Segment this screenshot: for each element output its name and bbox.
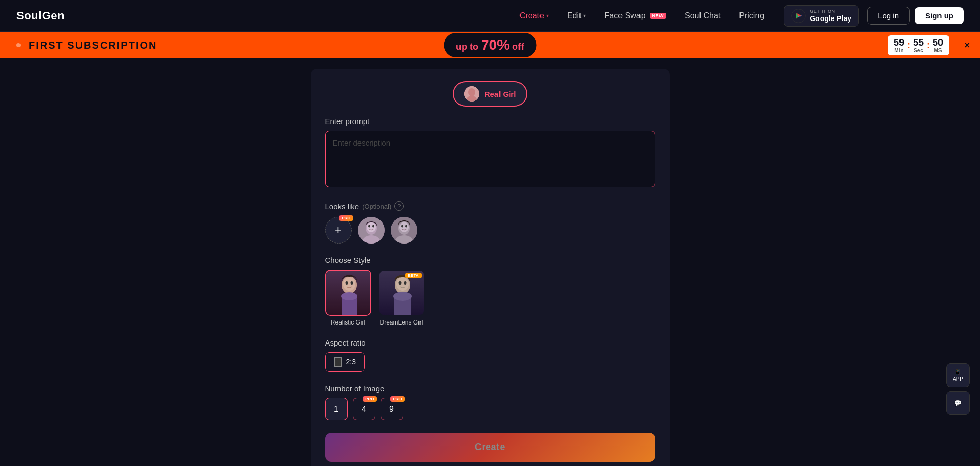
num-9-label: 9	[389, 404, 394, 414]
promo-banner: FIRST SUBSCRIPTION up to 70% off 59 Min …	[0, 32, 980, 58]
floating-buttons: 📱 APP 💬	[946, 363, 970, 415]
new-badge: NEW	[650, 13, 667, 19]
signup-button[interactable]: Sign up	[915, 7, 964, 24]
add-face-button[interactable]: + PRO	[325, 217, 352, 244]
promo-title: FIRST SUBSCRIPTION	[29, 39, 157, 51]
face-avatar-1[interactable]	[358, 217, 385, 244]
chat-icon: 💬	[954, 400, 962, 407]
style-dreamlens-name: DreamLens Girl	[379, 319, 423, 326]
timer-ms: 50 MS	[933, 37, 943, 53]
svg-point-31	[393, 292, 412, 301]
svg-point-10	[372, 225, 374, 228]
app-float-button[interactable]: 📱 APP	[946, 363, 970, 387]
svg-point-27	[396, 277, 409, 291]
discount-percent: 70%	[481, 37, 510, 53]
beta-badge: Beta	[405, 273, 421, 278]
aspect-2x3-label: 2:3	[346, 358, 356, 366]
google-play-text: GET IT ON Google Play	[810, 9, 851, 23]
form-container: Real Girl Enter prompt Looks like (Optio…	[311, 69, 670, 466]
tab-bar: Real Girl	[325, 81, 655, 107]
looks-like-label: Looks like	[325, 202, 359, 211]
svg-point-22	[350, 281, 353, 285]
timer-minutes: 59 Min	[894, 37, 904, 53]
num-images-label: Number of Image	[325, 384, 655, 393]
nav-faceswap[interactable]: Face Swap NEW	[597, 8, 673, 24]
pro-badge: PRO	[339, 215, 353, 221]
style-dreamlens-image: Beta	[378, 270, 425, 316]
face-options: + PRO	[325, 217, 655, 244]
chevron-down-icon: ▾	[583, 13, 586, 18]
promo-discount-container: up to 70% off	[444, 33, 536, 57]
num-1-label: 1	[334, 404, 338, 414]
login-button[interactable]: Log in	[867, 7, 910, 25]
tab-avatar	[464, 86, 479, 102]
promo-decorations	[16, 43, 21, 47]
svg-point-15	[401, 225, 403, 228]
style-realistic-image	[325, 270, 371, 316]
portrait-icon	[334, 357, 342, 367]
brand-logo: SoulGen	[16, 9, 65, 23]
nav-create[interactable]: Create ▾	[512, 8, 556, 24]
svg-point-14	[399, 222, 409, 232]
num-4-label: 4	[362, 404, 366, 414]
face-avatar-1-image	[358, 217, 385, 244]
num-4-button[interactable]: PRO 4	[353, 398, 375, 420]
app-icon: 📱	[954, 369, 962, 375]
svg-point-24	[341, 292, 357, 300]
choose-style-label: Choose Style	[325, 256, 655, 265]
help-icon[interactable]: ?	[394, 201, 404, 211]
face-avatar-2[interactable]	[391, 217, 417, 244]
style-dreamlens[interactable]: Beta	[378, 270, 425, 326]
prompt-textarea[interactable]	[325, 131, 655, 187]
google-play-icon	[791, 9, 806, 23]
tab-label: Real Girl	[485, 90, 516, 98]
prompt-section-label: Enter prompt	[325, 117, 655, 126]
face-avatar-2-image	[391, 217, 417, 244]
style-realistic-name: Realistic Girl	[331, 319, 365, 326]
aspect-2x3-button[interactable]: 2:3	[325, 352, 365, 372]
looks-like-section: Looks like (Optional) ?	[325, 201, 655, 211]
num-9-button[interactable]: PRO 9	[381, 398, 403, 420]
style-options: Realistic Girl Beta	[325, 270, 655, 326]
timer-seconds: 55 Sec	[913, 37, 924, 53]
chat-float-button[interactable]: 💬	[946, 391, 970, 415]
real-girl-tab[interactable]: Real Girl	[453, 81, 528, 107]
app-label: APP	[953, 376, 963, 382]
tab-avatar-image	[464, 86, 479, 102]
chevron-down-icon: ▾	[546, 13, 549, 18]
num-images-options: 1 PRO 4 PRO 9	[325, 398, 655, 420]
navbar: SoulGen Create ▾ Edit ▾ Face Swap NEW So…	[0, 0, 980, 32]
optional-text: (Optional)	[362, 202, 391, 210]
google-play-button[interactable]: GET IT ON Google Play	[784, 5, 859, 27]
svg-point-8	[367, 222, 376, 232]
timer-separator-2: :	[927, 40, 930, 51]
nav-edit[interactable]: Edit ▾	[560, 8, 593, 24]
svg-point-9	[368, 225, 370, 228]
countdown-timer: 59 Min : 55 Sec : 50 MS	[888, 35, 949, 55]
main-content: Real Girl Enter prompt Looks like (Optio…	[0, 58, 980, 466]
svg-point-20	[343, 277, 355, 291]
nav-soulchat[interactable]: Soul Chat	[677, 8, 728, 24]
timer-separator: :	[907, 40, 910, 51]
realistic-girl-thumbnail	[326, 271, 371, 316]
promo-discount: up to 70% off	[444, 33, 536, 57]
svg-point-29	[404, 281, 406, 285]
style-realistic[interactable]: Realistic Girl	[325, 270, 371, 326]
aspect-ratio-label: Aspect ratio	[325, 338, 655, 347]
pro-badge-4: PRO	[363, 396, 376, 402]
svg-point-21	[345, 281, 348, 285]
aspect-ratio-options: 2:3	[325, 352, 655, 372]
nav-pricing[interactable]: Pricing	[732, 8, 771, 24]
create-button[interactable]: Create	[325, 433, 655, 462]
plus-icon: +	[335, 224, 342, 237]
nav-links: Create ▾ Edit ▾ Face Swap NEW Soul Chat …	[512, 8, 771, 24]
svg-point-3	[468, 88, 475, 96]
promo-close-button[interactable]: ×	[964, 40, 970, 51]
num-1-button[interactable]: 1	[325, 398, 348, 420]
svg-point-16	[405, 225, 407, 228]
svg-point-28	[398, 281, 401, 285]
pro-badge-9: PRO	[390, 396, 404, 402]
promo-dot	[16, 43, 21, 47]
